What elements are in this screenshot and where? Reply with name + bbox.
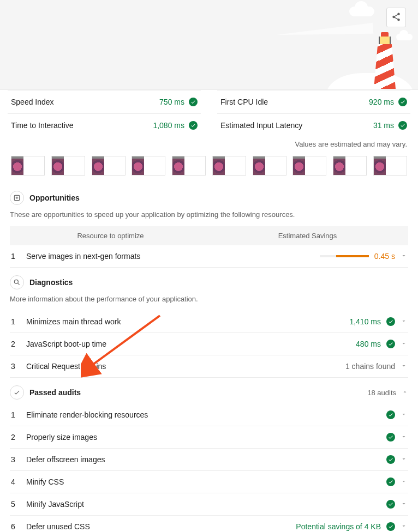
chevron-down-icon [401,362,407,371]
filmstrip-frame [212,156,246,176]
chevron-down-icon [401,433,407,442]
chevron-down-icon [401,340,407,348]
row-number: 2 [11,340,21,348]
metric-label: Estimated Input Latency [220,121,302,130]
chevron-up-icon [402,389,408,397]
opportunities-section: Opportunities These are opportunities to… [0,183,418,268]
pass-icon [386,500,395,509]
section-subtitle: These are opportunities to speed up your… [10,209,408,226]
pass-icon [189,98,198,106]
magnifier-icon [10,275,24,289]
metric-value: 31 ms [373,121,394,130]
passed-audit-row[interactable]: 2Properly size images [10,426,408,449]
filmstrip-frame [253,156,286,176]
row-number: 5 [11,500,21,509]
audit-count: 18 audits [367,389,396,397]
svg-point-1 [14,280,18,283]
metric-row: Estimated Input Latency 31 ms [217,113,410,137]
row-value: 1,410 ms [349,317,381,326]
row-number: 6 [11,522,21,531]
section-title: Opportunities [29,194,80,202]
pass-icon [386,455,395,464]
diagnostic-row[interactable]: 3Critical Request Chains1 chains found [10,355,408,378]
diagnostic-row[interactable]: 2JavaScript boot-up time480 ms [10,333,408,355]
filmstrip-frame [172,156,206,176]
row-number: 3 [11,362,21,371]
row-label: Minimizes main thread work [26,317,344,326]
filmstrip-frame [92,156,126,176]
row-label: Defer offscreen images [26,455,381,464]
metric-label: Speed Index [11,98,54,106]
diagnostic-row[interactable]: 1Minimizes main thread work1,410 ms [10,311,408,333]
row-value: 1 chains found [345,362,395,371]
chevron-down-icon [401,455,407,464]
lighthouse-illustration [371,32,398,89]
filmstrip-frame [292,156,326,176]
row-label: Minify CSS [26,477,381,486]
share-icon [391,12,401,23]
check-icon [10,385,24,400]
section-subtitle: More information about the performance o… [10,294,408,311]
metric-label: Time to Interactive [11,121,74,130]
row-label: JavaScript boot-up time [26,340,350,348]
chevron-down-icon [401,410,407,419]
row-label: Critical Request Chains [26,362,340,371]
savings-bar [320,255,369,257]
cloud-decoration [396,34,413,40]
row-value: 480 ms [356,340,381,348]
opportunities-icon [10,191,24,205]
column-header: Estimated Savings [209,232,406,240]
section-title: Diagnostics [29,278,73,287]
passed-audit-row[interactable]: 5Minify JavaScript [10,493,408,516]
row-label: Defer unused CSS [26,522,290,531]
diagnostics-section: Diagnostics More information about the p… [0,268,418,378]
row-number: 1 [11,252,21,261]
column-header: Resource to optimize [12,232,209,240]
pass-icon [398,121,407,130]
row-number: 1 [11,317,21,326]
metric-row: Speed Index 750 ms [8,90,201,113]
filmstrip [0,155,418,183]
row-number: 3 [11,455,21,464]
chevron-down-icon [401,252,407,261]
passed-audit-row[interactable]: 4Minify CSS [10,471,408,493]
filmstrip-frame [11,156,45,176]
metrics-grid: Speed Index 750 ms First CPU Idle 920 ms… [0,90,418,137]
filmstrip-frame [51,156,85,176]
chevron-down-icon [401,500,407,509]
passed-audit-row[interactable]: 3Defer offscreen images [10,449,408,471]
metric-row: First CPU Idle 920 ms [217,90,410,113]
passed-audit-row[interactable]: 1Eliminate render-blocking resources [10,404,408,426]
metric-label: First CPU Idle [220,98,268,106]
pass-icon [386,522,395,531]
pass-icon [398,98,407,106]
row-number: 4 [11,477,21,486]
chevron-down-icon [401,522,407,531]
row-label: Serve images in next-gen formats [26,252,314,261]
savings-value: 0.45 s [374,252,395,261]
section-title: Passed audits [29,388,81,397]
passed-audits-header[interactable]: Passed audits 18 audits [10,378,408,404]
share-button[interactable] [386,8,406,27]
passed-audits-section: Passed audits 18 audits 1Eliminate rende… [0,378,418,532]
cloud-decoration [349,7,374,16]
chevron-down-icon [401,477,407,486]
filmstrip-frame [373,156,407,176]
metric-value: 920 ms [369,98,394,106]
chevron-down-icon [401,317,407,326]
table-header: Resource to optimize Estimated Savings [10,226,408,245]
row-number: 1 [11,410,21,419]
passed-audit-row[interactable]: 6Defer unused CSSPotential savings of 4 … [10,516,408,532]
filmstrip-frame [333,156,367,176]
pass-icon [386,477,395,486]
pass-icon [386,317,395,326]
row-label: Eliminate render-blocking resources [26,410,381,419]
row-value: Potential savings of 4 KB [296,522,381,531]
opportunity-row[interactable]: 1 Serve images in next-gen formats 0.45 … [10,245,408,268]
row-label: Minify JavaScript [26,500,381,509]
metric-value: 1,080 ms [153,121,184,130]
filmstrip-frame [132,156,165,176]
metrics-footnote: Values are estimated and may vary. [0,137,418,155]
row-number: 2 [11,433,21,442]
pass-icon [386,340,395,348]
